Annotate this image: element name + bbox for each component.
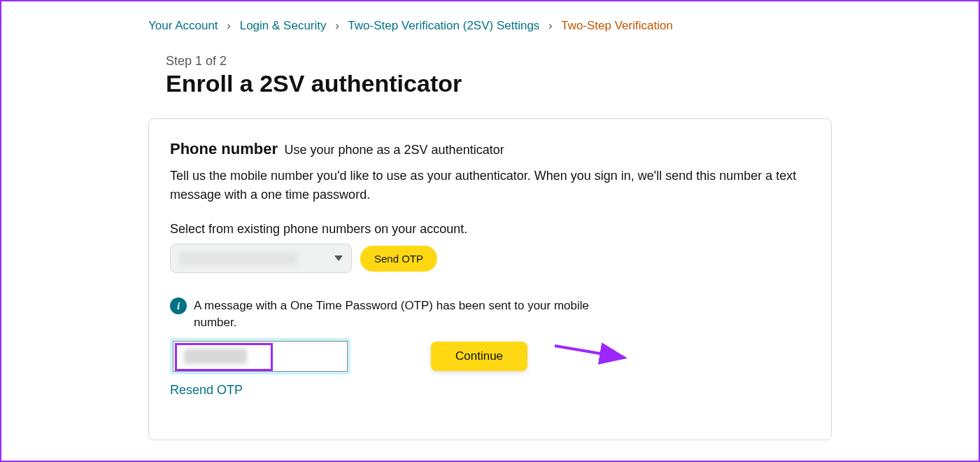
chevron-down-icon xyxy=(334,255,343,261)
otp-input[interactable] xyxy=(173,341,348,372)
page-title: Enroll a 2SV authenticator xyxy=(166,70,832,97)
breadcrumb-link-your-account[interactable]: Your Account xyxy=(148,19,218,32)
phone-section-subtitle: Use your phone as a 2SV authenticator xyxy=(284,143,504,157)
svg-line-1 xyxy=(555,346,625,358)
breadcrumb: Your Account › Login & Security › Two-St… xyxy=(148,19,832,33)
otp-value-redacted xyxy=(184,349,247,364)
breadcrumb-separator: › xyxy=(227,19,231,32)
breadcrumb-separator: › xyxy=(548,19,553,32)
continue-button[interactable]: Continue xyxy=(431,342,527,371)
info-icon: i xyxy=(170,298,187,314)
otp-input-wrapper xyxy=(170,338,350,374)
send-otp-button[interactable]: Send OTP xyxy=(360,246,437,272)
resend-otp-link[interactable]: Resend OTP xyxy=(170,383,810,398)
select-phone-label: Select from existing phone numbers on yo… xyxy=(170,222,810,237)
phone-section-title: Phone number xyxy=(170,140,278,158)
phone-number-select[interactable] xyxy=(170,244,352,273)
otp-sent-message: A message with a One Time Password (OTP)… xyxy=(194,298,597,331)
step-indicator: Step 1 of 2 xyxy=(166,54,832,69)
annotation-arrow-icon xyxy=(548,342,653,370)
breadcrumb-link-login-security[interactable]: Login & Security xyxy=(240,19,327,32)
breadcrumb-link-2sv-settings[interactable]: Two-Step Verification (2SV) Settings xyxy=(348,19,539,32)
breadcrumb-separator: › xyxy=(335,19,339,32)
breadcrumb-current: Two-Step Verification xyxy=(561,19,673,32)
phone-section-body: Tell us the mobile number you'd like to … xyxy=(170,167,800,204)
phone-number-redacted xyxy=(179,251,298,265)
enrollment-card: Phone number Use your phone as a 2SV aut… xyxy=(148,118,832,440)
